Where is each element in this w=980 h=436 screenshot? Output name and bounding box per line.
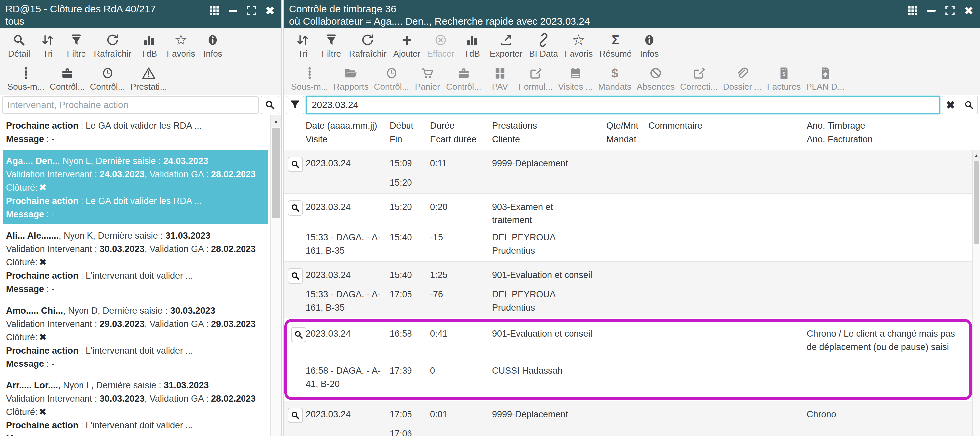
rda-item-action: Prochaine action : L'intervenant doit va…: [6, 344, 265, 357]
row-detail-button[interactable]: [288, 157, 303, 172]
toolbar-button-ajouter[interactable]: + Ajouter: [390, 31, 424, 59]
table-scrollbar-thumb[interactable]: [974, 161, 979, 244]
refresh-icon: [361, 32, 375, 48]
filter-funnel-button[interactable]: [286, 96, 304, 115]
cell-ano: [807, 268, 980, 284]
apply-search-button[interactable]: [961, 96, 978, 115]
grid-menu-icon[interactable]: [208, 5, 220, 17]
clear-filter-button[interactable]: ✖: [942, 96, 959, 115]
toolbar-button-effacer[interactable]: Effacer: [424, 31, 458, 59]
timbrage-row[interactable]: 2023.03.24 15:40 1:25 901-Evaluation et …: [284, 261, 980, 318]
scroll-up-icon[interactable]: ▲: [973, 150, 980, 161]
toolbar-button-rafraichir[interactable]: Rafraîchir: [346, 31, 390, 59]
rda-list-item[interactable]: Ali... Ale......., Nyon K, Dernière sais…: [3, 224, 268, 299]
toolbar-button-panier[interactable]: Panier: [412, 65, 444, 93]
toolbar-button-filtre[interactable]: Filtre: [317, 31, 346, 59]
header-ano[interactable]: Ano. Timbrage Ano. Facturation: [807, 119, 980, 147]
cell-fin: 15:20: [390, 176, 430, 189]
list-scrollbar-thumb[interactable]: [272, 128, 280, 218]
toolbar-button-infos[interactable]: Infos: [635, 31, 663, 59]
toolbar-button-tri[interactable]: Tri: [288, 31, 317, 59]
rda-list-item-selected[interactable]: Aga.... Den.., Nyon L, Dernière saisie :…: [3, 150, 268, 224]
app: RD@15 - Clôture des RdA 40/217 tous ✖ Dé…: [0, 0, 980, 436]
rda-item-validation: Validation Intervenant : 30.03.2023, Val…: [6, 392, 265, 406]
toolbar-button-plan[interactable]: PLAN D...: [803, 65, 847, 93]
toolbar-button-controle-briefcase[interactable]: Contrôl...: [47, 65, 88, 93]
circle-x-icon: [434, 32, 448, 48]
sort-icon: [296, 32, 310, 48]
rda-list-item[interactable]: Amo..... Chi..., Nyon D, Dernière saisie…: [3, 299, 268, 374]
toolbar-button-tdb[interactable]: TdB: [458, 31, 486, 59]
row-detail-button[interactable]: [291, 327, 306, 342]
minimize-icon[interactable]: [926, 5, 937, 17]
cell-cliente: DEL PEYROUA Prudentius: [492, 231, 606, 258]
toolbar-button-resume[interactable]: Σ Résumé: [596, 31, 635, 59]
quick-search-input[interactable]: [306, 96, 940, 114]
magnifier-icon: [264, 97, 276, 113]
toolbar-button-sous-menus[interactable]: Sous-m...: [288, 65, 331, 93]
toolbar-button-rafraichir[interactable]: Rafraîchir: [91, 31, 135, 59]
search-input[interactable]: [2, 97, 259, 114]
row-detail-button[interactable]: [288, 200, 303, 215]
timbrage-table: Date (aaaa.mm.jj) Visite Début Fin Durée…: [284, 115, 980, 436]
search-button[interactable]: [261, 96, 280, 115]
toolbar-button-formulaires[interactable]: Formul...: [516, 65, 555, 93]
header-debut-fin[interactable]: Début Fin: [390, 119, 430, 147]
bar-chart-icon: [142, 32, 156, 48]
row-detail-button[interactable]: [288, 408, 303, 423]
toolbar-button-detail[interactable]: Détail: [5, 31, 33, 59]
timbrage-row[interactable]: 2023.03.24 17:05 0:01 9999-Déplacement C…: [284, 401, 980, 436]
rda-list-item-partial[interactable]: Prochaine action : Le GA doit valider le…: [3, 115, 268, 150]
dots-icon: [19, 65, 33, 81]
toolbar-button-corrections[interactable]: Correcti...: [677, 65, 720, 93]
cell-commentaire: [648, 327, 807, 353]
cell-commentaire: [648, 408, 807, 423]
maximize-icon[interactable]: [944, 5, 956, 17]
row-detail-button[interactable]: [288, 268, 303, 284]
toolbar-button-infos[interactable]: Infos: [198, 31, 227, 59]
close-icon[interactable]: ✖: [264, 5, 276, 17]
header-date-visite[interactable]: Date (aaaa.mm.jj) Visite: [306, 119, 390, 147]
toolbar-button-controle-clock[interactable]: Contrôl...: [88, 65, 128, 93]
toolbar-button-absences[interactable]: Absences: [634, 65, 677, 93]
toolbar-button-favoris[interactable]: ☆ Favoris: [561, 31, 596, 59]
header-qte-mandat[interactable]: Qte/Mnt Mandat: [606, 119, 648, 147]
toolbar-button-mandats[interactable]: $ Mandats: [595, 65, 634, 93]
toolbar-button-visites[interactable]: Visites ...: [555, 65, 595, 93]
toolbar-button-rapports[interactable]: Rapports: [331, 65, 371, 93]
close-icon[interactable]: ✖: [963, 5, 975, 17]
toolbar-button-pav[interactable]: PAV: [484, 65, 516, 93]
maximize-icon[interactable]: [245, 5, 258, 17]
rda-item-action: Prochaine action : Le GA doit valider le…: [6, 119, 265, 132]
toolbar-button-factures[interactable]: $ Factures: [764, 65, 803, 93]
grid-menu-icon[interactable]: [907, 5, 919, 17]
plus-icon: +: [402, 32, 412, 48]
toolbar-button-dossier[interactable]: Dossier ...: [720, 65, 764, 93]
header-prestations-cliente[interactable]: Prestations Cliente: [492, 119, 606, 147]
toolbar-button-tdb[interactable]: TdB: [135, 31, 163, 59]
list-scrollbar[interactable]: ▲: [270, 115, 282, 436]
rda-list-item[interactable]: Arr..... Lor...., Nyon L, Dernière saisi…: [3, 374, 268, 436]
minimize-icon[interactable]: [227, 5, 239, 17]
toolbar-button-filtre[interactable]: Filtre: [62, 31, 91, 59]
header-commentaire[interactable]: Commentaire: [648, 119, 807, 147]
toolbar-button-tri[interactable]: Tri: [33, 31, 62, 59]
cell-prestation: 9999-Déplacement: [492, 408, 606, 423]
toolbar-button-bi-data[interactable]: BI Data: [526, 31, 561, 59]
toolbar-button-controle-briefcase[interactable]: Contrôl...: [444, 65, 484, 93]
table-scrollbar[interactable]: ▲: [972, 150, 980, 436]
left-window-controls: ✖: [208, 3, 276, 28]
timbrage-row[interactable]: 2023.03.24 15:09 0:11 9999-Déplacement 1…: [284, 150, 980, 193]
timbrage-row-highlighted[interactable]: 2023.03.24 16:58 0:41 901-Evaluation et …: [285, 319, 972, 400]
toolbar-button-favoris[interactable]: ☆ Favoris: [163, 31, 198, 59]
header-spacer: [284, 119, 306, 147]
toolbar-button-sous-menus[interactable]: Sous-m...: [5, 65, 47, 93]
toolbar-button-prestations[interactable]: Prestati...: [128, 65, 170, 93]
toolbar-button-exporter[interactable]: Exporter: [486, 31, 526, 59]
scroll-up-icon[interactable]: ▲: [271, 115, 282, 127]
rda-item-action: Prochaine action : L'intervenant doit va…: [6, 419, 265, 432]
timbrage-row[interactable]: 2023.03.24 15:20 0:20 903-Examen et trai…: [284, 193, 980, 261]
cell-commentaire: [648, 200, 807, 227]
header-duree-ecart[interactable]: Durée Ecart durée: [430, 119, 492, 147]
toolbar-button-controle-clock[interactable]: Contrôl...: [371, 65, 412, 93]
